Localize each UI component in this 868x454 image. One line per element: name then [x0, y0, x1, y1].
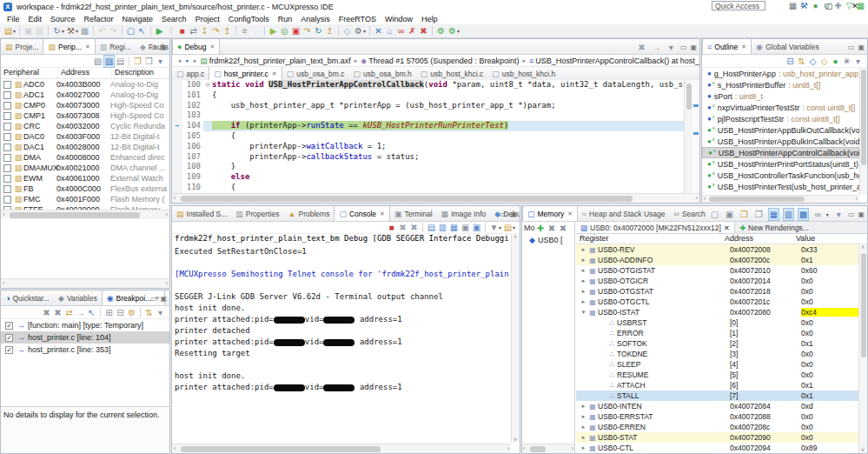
- bp-expand-all-icon[interactable]: ⊞: [103, 307, 115, 318]
- column-peripheral[interactable]: Peripheral: [1, 68, 58, 78]
- maximize-view-icon[interactable]: ▣: [858, 43, 865, 51]
- peripheral-row-adc0[interactable]: ▨ADC00x4003B000Analog-to-Dig: [1, 79, 169, 90]
- refresh-debug-icon[interactable]: ↻: [313, 25, 324, 37]
- expand-icon[interactable]: ▸: [580, 298, 587, 305]
- maximize-view-icon[interactable]: ▣: [160, 43, 167, 51]
- peripheral-checkbox[interactable]: [3, 154, 11, 162]
- breakpoint-row[interactable]: ✓→host_printer.c [line: 353]: [1, 344, 169, 356]
- step-return-icon[interactable]: ↥: [222, 25, 233, 37]
- bp-menu-icon[interactable]: ▾: [155, 307, 166, 318]
- close-icon[interactable]: ✕: [741, 43, 746, 50]
- peripheral-row-adc1[interactable]: ▨ADC10x40027000Analog-to-Dig: [1, 90, 169, 100]
- mem-new-monitor-icon[interactable]: ▢: [709, 209, 720, 220]
- bp-sync-icon[interactable]: ⇄: [63, 307, 75, 318]
- outline-hide-nonpublic-icon[interactable]: ●: [830, 56, 841, 67]
- peripheral-row-fmc[interactable]: ▨FMC0x4001F000Flash Memory (: [1, 194, 169, 204]
- editor-tab-host-printer-c[interactable]: ▢host_printer.c✕: [209, 67, 282, 80]
- register-row-tokdne[interactable]: ∴TOKDNE[3]0x0: [576, 349, 858, 359]
- console-pin-icon[interactable]: ▣: [460, 222, 471, 233]
- bp-link-icon[interactable]: ⚙: [126, 307, 137, 318]
- console-scroll-lock-icon[interactable]: ▥: [437, 222, 448, 233]
- close-icon[interactable]: ✕: [85, 43, 90, 50]
- console-hscrollbar[interactable]: ‹›: [172, 444, 511, 453]
- outline-item[interactable]: ●sUSB_HostPrinterTest(usb_host_printer_a…: [702, 181, 867, 192]
- build-all-dropdown-icon[interactable]: ▾: [62, 28, 64, 34]
- peripheral-checkbox[interactable]: [3, 196, 11, 204]
- expand-icon[interactable]: ▸: [580, 267, 587, 274]
- menu-project[interactable]: Project: [191, 15, 224, 23]
- tab-console[interactable]: ▢Console✕: [334, 206, 390, 221]
- editor-tab-usb-osa-bm-h[interactable]: ▢usb_osa_bm.h: [349, 67, 416, 80]
- column-value[interactable]: Value: [792, 234, 867, 244]
- open-terminal-icon[interactable]: ▢: [125, 25, 136, 37]
- run-config-gear-icon[interactable]: ⚙: [435, 25, 447, 37]
- tab-search[interactable]: ∞Search: [669, 206, 709, 221]
- step-out-all-icon[interactable]: ↥: [324, 25, 335, 37]
- save-all-icon[interactable]: ▥: [34, 25, 45, 37]
- rendering-tab-usb0-0x40072000-mk22fn512xxx12[interactable]: ▨USB0: 0x40072000 [MK22FN512xxx12]✕: [576, 222, 735, 233]
- quick-access-box[interactable]: Quick Access: [712, 1, 765, 10]
- instruction-stepping-icon[interactable]: ≡: [239, 25, 250, 37]
- periph-menu-icon[interactable]: ▾: [155, 56, 166, 67]
- shield-perspective-icon[interactable]: ▽: [844, 0, 855, 11]
- outline-hide-static-icon[interactable]: ◇: [818, 56, 830, 67]
- console-word-wrap-icon[interactable]: ▦: [448, 222, 460, 233]
- expand-icon[interactable]: ▸: [580, 413, 587, 420]
- close-icon[interactable]: ✕: [724, 224, 730, 232]
- peripheral-row-ewm[interactable]: ▨EWM0x40061000External Watch: [1, 173, 169, 184]
- console-remove-launch-icon[interactable]: ✖: [397, 222, 408, 233]
- mem-link-icon[interactable]: ∞: [812, 209, 824, 220]
- mem-export-icon[interactable]: ❒: [753, 209, 765, 220]
- outline-item[interactable]: ●g_HostPrinterApp : usb_host_printer_app…: [702, 68, 867, 79]
- menu-analysis[interactable]: Analysis: [296, 15, 335, 23]
- fold-marker-icon[interactable]: ⊖: [203, 80, 212, 90]
- gear-menu-dropdown-icon[interactable]: ▾: [363, 28, 366, 34]
- expand-icon[interactable]: ▸: [580, 257, 587, 264]
- debug-remove-icon[interactable]: ✖: [636, 42, 647, 53]
- mem-pin-icon[interactable]: ▣: [724, 209, 735, 220]
- run-last-icon[interactable]: ▶: [268, 25, 279, 37]
- close-icon[interactable]: ✕: [567, 210, 573, 217]
- expand-icon[interactable]: ▸: [580, 403, 587, 410]
- close-icon[interactable]: ✕: [210, 43, 215, 50]
- register-row-error[interactable]: ∴ERROR[1]0x0: [576, 328, 858, 338]
- step-into-icon[interactable]: ↧: [199, 25, 210, 37]
- outline-filter-icon[interactable]: ✳: [841, 56, 852, 67]
- menu-edit[interactable]: Edit: [24, 15, 47, 23]
- breakpoint-row[interactable]: ✓→host_printer.c [line: 104]: [1, 331, 169, 344]
- step-over-icon[interactable]: ↷: [210, 25, 222, 37]
- breakpoint-checkbox[interactable]: ✓: [5, 334, 13, 342]
- expand-icon[interactable]: ▸: [580, 246, 587, 253]
- debug-focus-icon[interactable]: →: [651, 42, 662, 53]
- tab-quickstar[interactable]: ◑Quickstar...: [1, 290, 54, 305]
- register-row-usb0-erren[interactable]: ▸▦USB0-ERREN0x4007208c0x0: [576, 422, 858, 432]
- register-row-usbrst[interactable]: ∴USBRST[0]0x0: [576, 317, 858, 328]
- register-row-usb0-stat[interactable]: ▸▦USB0-STAT0x400720900x0: [576, 432, 858, 443]
- monitor-add-icon[interactable]: ✚: [535, 223, 547, 234]
- develop-perspective-icon[interactable]: ⚒: [798, 0, 810, 11]
- bp-remove-icon[interactable]: ✖: [41, 307, 52, 318]
- tab-installed-s[interactable]: ▤Installed S...: [172, 206, 231, 221]
- resume-icon[interactable]: ▶: [154, 25, 165, 37]
- editor-vscrollbar[interactable]: [684, 80, 692, 193]
- mem-link-icon-dropdown-icon[interactable]: ▾: [826, 211, 829, 217]
- maximize-view-icon[interactable]: ▣: [510, 210, 517, 218]
- redo-icon[interactable]: ↷: [108, 25, 119, 37]
- register-row-attach[interactable]: ∴ATTACH[6]0x1: [576, 380, 858, 391]
- expand-icon[interactable]: ▸: [580, 434, 587, 441]
- menu-source[interactable]: Source: [46, 15, 80, 23]
- build-dropdown-icon[interactable]: ▾: [76, 28, 78, 34]
- expand-icon[interactable]: ▾: [580, 309, 587, 316]
- close-icon[interactable]: ✕: [272, 70, 277, 77]
- console-output[interactable]: Executed SetRestartOnClose=1[MCUXpresso …: [175, 246, 509, 443]
- tab-problems[interactable]: ▲Problems: [284, 206, 335, 221]
- rendering-tab-new-renderings[interactable]: ✚New Renderings...: [735, 222, 813, 233]
- link-probe-icon[interactable]: ∞: [395, 25, 407, 37]
- peripheral-checkbox[interactable]: [3, 133, 11, 141]
- register-row-usb0-istat[interactable]: ▾▦USB0-ISTAT0x400720800xc4: [576, 307, 858, 317]
- periph-monitor-icon[interactable]: ▧: [92, 56, 103, 67]
- register-row-usb0-rev[interactable]: ▸▦USB0-REV0x400720080x33: [576, 244, 858, 255]
- register-row-usb0-otgctl[interactable]: ▸▦USB0-OTGCTL0x4007201c0x0: [576, 297, 858, 307]
- peripheral-checkbox[interactable]: [3, 112, 11, 120]
- register-row-usb0-errstat[interactable]: ▸▦USB0-ERRSTAT0x400720880x0: [576, 411, 858, 422]
